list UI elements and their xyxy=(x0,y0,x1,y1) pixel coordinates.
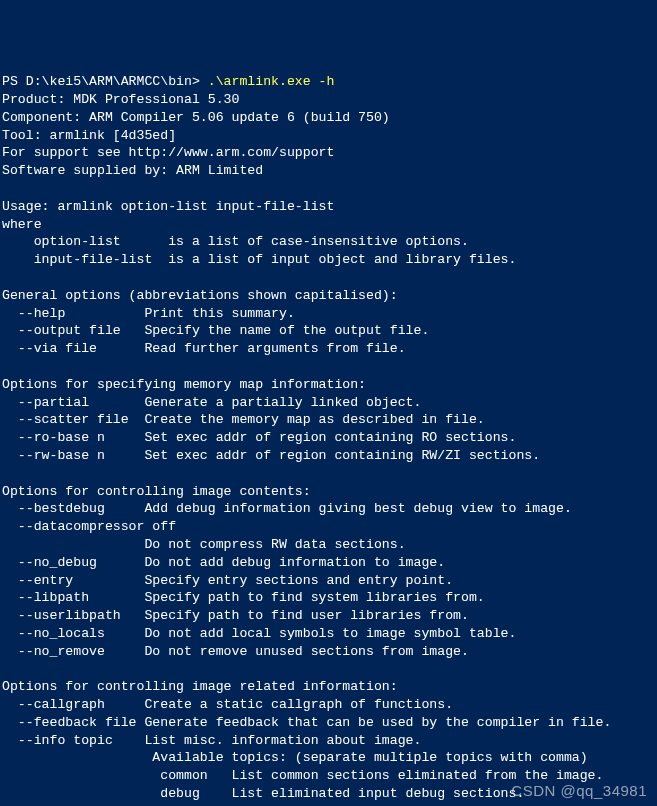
input-file-desc: input-file-list is a list of input objec… xyxy=(2,251,657,269)
opt-datacompressor-desc: Do not compress RW data sections. xyxy=(2,536,657,554)
opt-via: --via file Read further arguments from f… xyxy=(2,340,657,358)
opt-no-debug: --no_debug Do not add debug information … xyxy=(2,554,657,572)
blank-line xyxy=(2,660,657,678)
watermark-text: CSDN @qq_34981 xyxy=(511,782,647,800)
opt-rw-base: --rw-base n Set exec addr of region cont… xyxy=(2,447,657,465)
opt-datacompressor: --datacompressor off xyxy=(2,518,657,536)
opt-userlibpath: --userlibpath Specify path to find user … xyxy=(2,607,657,625)
opt-entry: --entry Specify entry sections and entry… xyxy=(2,572,657,590)
blank-line xyxy=(2,358,657,376)
prompt-line-1: PS D:\kei5\ARM\ARMCC\bin> .\armlink.exe … xyxy=(2,73,657,91)
component-line: Component: ARM Compiler 5.06 update 6 (b… xyxy=(2,109,657,127)
opt-no-locals: --no_locals Do not add local symbols to … xyxy=(2,625,657,643)
opt-help: --help Print this summary. xyxy=(2,305,657,323)
opt-ro-base: --ro-base n Set exec addr of region cont… xyxy=(2,429,657,447)
support-line: For support see http://www.arm.com/suppo… xyxy=(2,144,657,162)
option-list-desc: option-list is a list of case-insensitiv… xyxy=(2,233,657,251)
opt-output: --output file Specify the name of the ou… xyxy=(2,322,657,340)
tool-line: Tool: armlink [4d35ed] xyxy=(2,127,657,145)
prompt-path: PS D:\kei5\ARM\ARMCC\bin> xyxy=(2,74,208,89)
opt-libpath: --libpath Specify path to find system li… xyxy=(2,589,657,607)
opt-feedback: --feedback file Generate feedback that c… xyxy=(2,714,657,732)
opt-scatter: --scatter file Create the memory map as … xyxy=(2,411,657,429)
info-topics-header: Available topics: (separate multiple top… xyxy=(2,749,657,767)
image-contents-title: Options for controlling image contents: xyxy=(2,483,657,501)
image-related-title: Options for controlling image related in… xyxy=(2,678,657,696)
supplied-line: Software supplied by: ARM Limited xyxy=(2,162,657,180)
opt-partial: --partial Generate a partially linked ob… xyxy=(2,394,657,412)
opt-info: --info topic List misc. information abou… xyxy=(2,732,657,750)
opt-bestdebug: --bestdebug Add debug information giving… xyxy=(2,500,657,518)
terminal-output[interactable]: PS D:\kei5\ARM\ARMCC\bin> .\armlink.exe … xyxy=(2,73,657,806)
blank-line xyxy=(2,180,657,198)
usage-line: Usage: armlink option-list input-file-li… xyxy=(2,198,657,216)
memory-map-title: Options for specifying memory map inform… xyxy=(2,376,657,394)
where-line: where xyxy=(2,216,657,234)
command-entered: .\armlink.exe -h xyxy=(208,74,335,89)
product-line: Product: MDK Professional 5.30 xyxy=(2,91,657,109)
general-options-title: General options (abbreviations shown cap… xyxy=(2,287,657,305)
blank-line xyxy=(2,465,657,483)
opt-no-remove: --no_remove Do not remove unused section… xyxy=(2,643,657,661)
blank-line xyxy=(2,269,657,287)
opt-callgraph: --callgraph Create a static callgraph of… xyxy=(2,696,657,714)
